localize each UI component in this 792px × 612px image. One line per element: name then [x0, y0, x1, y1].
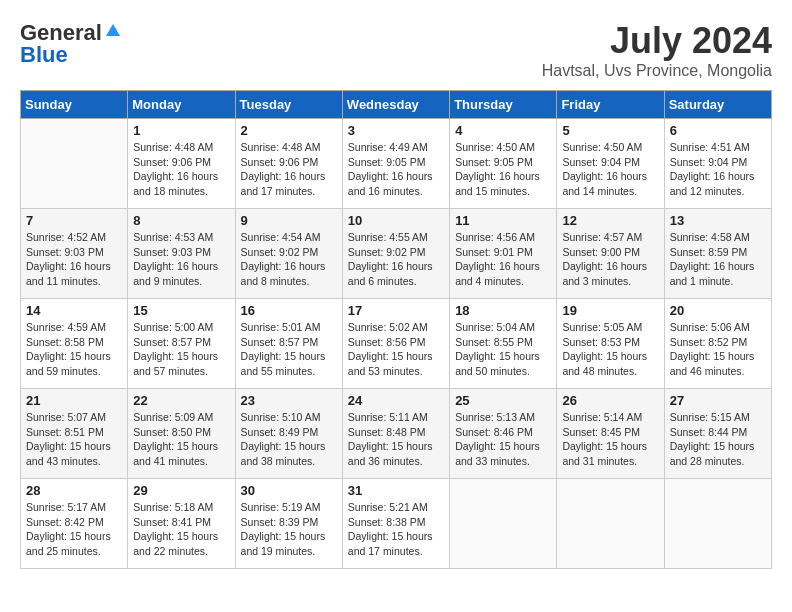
day-number: 4 [455, 123, 551, 138]
calendar-cell: 31Sunrise: 5:21 AM Sunset: 8:38 PM Dayli… [342, 479, 449, 569]
day-info: Sunrise: 5:06 AM Sunset: 8:52 PM Dayligh… [670, 320, 766, 379]
day-number: 17 [348, 303, 444, 318]
calendar-cell: 10Sunrise: 4:55 AM Sunset: 9:02 PM Dayli… [342, 209, 449, 299]
calendar-cell: 15Sunrise: 5:00 AM Sunset: 8:57 PM Dayli… [128, 299, 235, 389]
logo-triangle [105, 22, 121, 42]
calendar-week-row: 28Sunrise: 5:17 AM Sunset: 8:42 PM Dayli… [21, 479, 772, 569]
day-info: Sunrise: 5:07 AM Sunset: 8:51 PM Dayligh… [26, 410, 122, 469]
day-info: Sunrise: 5:21 AM Sunset: 8:38 PM Dayligh… [348, 500, 444, 559]
day-number: 9 [241, 213, 337, 228]
day-info: Sunrise: 4:52 AM Sunset: 9:03 PM Dayligh… [26, 230, 122, 289]
calendar-cell: 26Sunrise: 5:14 AM Sunset: 8:45 PM Dayli… [557, 389, 664, 479]
calendar-cell: 7Sunrise: 4:52 AM Sunset: 9:03 PM Daylig… [21, 209, 128, 299]
weekday-header-saturday: Saturday [664, 91, 771, 119]
weekday-header-wednesday: Wednesday [342, 91, 449, 119]
day-info: Sunrise: 4:57 AM Sunset: 9:00 PM Dayligh… [562, 230, 658, 289]
day-number: 12 [562, 213, 658, 228]
calendar-cell: 23Sunrise: 5:10 AM Sunset: 8:49 PM Dayli… [235, 389, 342, 479]
calendar-cell: 29Sunrise: 5:18 AM Sunset: 8:41 PM Dayli… [128, 479, 235, 569]
logo-blue: Blue [20, 42, 68, 68]
location-title: Havtsal, Uvs Province, Mongolia [542, 62, 772, 80]
calendar-cell: 14Sunrise: 4:59 AM Sunset: 8:58 PM Dayli… [21, 299, 128, 389]
calendar-cell: 30Sunrise: 5:19 AM Sunset: 8:39 PM Dayli… [235, 479, 342, 569]
day-number: 27 [670, 393, 766, 408]
calendar-week-row: 14Sunrise: 4:59 AM Sunset: 8:58 PM Dayli… [21, 299, 772, 389]
day-number: 18 [455, 303, 551, 318]
day-info: Sunrise: 5:15 AM Sunset: 8:44 PM Dayligh… [670, 410, 766, 469]
calendar-cell: 11Sunrise: 4:56 AM Sunset: 9:01 PM Dayli… [450, 209, 557, 299]
day-info: Sunrise: 4:51 AM Sunset: 9:04 PM Dayligh… [670, 140, 766, 199]
day-number: 10 [348, 213, 444, 228]
calendar-cell: 25Sunrise: 5:13 AM Sunset: 8:46 PM Dayli… [450, 389, 557, 479]
day-info: Sunrise: 4:56 AM Sunset: 9:01 PM Dayligh… [455, 230, 551, 289]
month-title: July 2024 [542, 20, 772, 62]
day-info: Sunrise: 5:05 AM Sunset: 8:53 PM Dayligh… [562, 320, 658, 379]
day-number: 19 [562, 303, 658, 318]
day-number: 29 [133, 483, 229, 498]
calendar-cell: 18Sunrise: 5:04 AM Sunset: 8:55 PM Dayli… [450, 299, 557, 389]
calendar-cell: 20Sunrise: 5:06 AM Sunset: 8:52 PM Dayli… [664, 299, 771, 389]
day-info: Sunrise: 4:55 AM Sunset: 9:02 PM Dayligh… [348, 230, 444, 289]
calendar-cell: 16Sunrise: 5:01 AM Sunset: 8:57 PM Dayli… [235, 299, 342, 389]
day-number: 2 [241, 123, 337, 138]
calendar-cell: 24Sunrise: 5:11 AM Sunset: 8:48 PM Dayli… [342, 389, 449, 479]
calendar-cell: 17Sunrise: 5:02 AM Sunset: 8:56 PM Dayli… [342, 299, 449, 389]
day-number: 26 [562, 393, 658, 408]
day-info: Sunrise: 4:58 AM Sunset: 8:59 PM Dayligh… [670, 230, 766, 289]
day-number: 6 [670, 123, 766, 138]
day-number: 31 [348, 483, 444, 498]
weekday-header-monday: Monday [128, 91, 235, 119]
day-number: 21 [26, 393, 122, 408]
day-info: Sunrise: 4:50 AM Sunset: 9:04 PM Dayligh… [562, 140, 658, 199]
weekday-header-tuesday: Tuesday [235, 91, 342, 119]
calendar-cell: 28Sunrise: 5:17 AM Sunset: 8:42 PM Dayli… [21, 479, 128, 569]
calendar-cell: 6Sunrise: 4:51 AM Sunset: 9:04 PM Daylig… [664, 119, 771, 209]
calendar-cell: 19Sunrise: 5:05 AM Sunset: 8:53 PM Dayli… [557, 299, 664, 389]
calendar-cell: 13Sunrise: 4:58 AM Sunset: 8:59 PM Dayli… [664, 209, 771, 299]
day-info: Sunrise: 4:54 AM Sunset: 9:02 PM Dayligh… [241, 230, 337, 289]
calendar-cell [21, 119, 128, 209]
day-info: Sunrise: 5:17 AM Sunset: 8:42 PM Dayligh… [26, 500, 122, 559]
day-info: Sunrise: 5:04 AM Sunset: 8:55 PM Dayligh… [455, 320, 551, 379]
day-number: 30 [241, 483, 337, 498]
day-info: Sunrise: 5:13 AM Sunset: 8:46 PM Dayligh… [455, 410, 551, 469]
day-number: 5 [562, 123, 658, 138]
calendar-cell: 12Sunrise: 4:57 AM Sunset: 9:00 PM Dayli… [557, 209, 664, 299]
calendar-header-row: SundayMondayTuesdayWednesdayThursdayFrid… [21, 91, 772, 119]
day-number: 15 [133, 303, 229, 318]
day-info: Sunrise: 4:48 AM Sunset: 9:06 PM Dayligh… [241, 140, 337, 199]
calendar-cell: 2Sunrise: 4:48 AM Sunset: 9:06 PM Daylig… [235, 119, 342, 209]
day-info: Sunrise: 5:09 AM Sunset: 8:50 PM Dayligh… [133, 410, 229, 469]
day-info: Sunrise: 5:11 AM Sunset: 8:48 PM Dayligh… [348, 410, 444, 469]
day-number: 16 [241, 303, 337, 318]
calendar-week-row: 1Sunrise: 4:48 AM Sunset: 9:06 PM Daylig… [21, 119, 772, 209]
day-info: Sunrise: 4:53 AM Sunset: 9:03 PM Dayligh… [133, 230, 229, 289]
calendar-cell: 5Sunrise: 4:50 AM Sunset: 9:04 PM Daylig… [557, 119, 664, 209]
day-info: Sunrise: 5:19 AM Sunset: 8:39 PM Dayligh… [241, 500, 337, 559]
calendar-cell [557, 479, 664, 569]
day-number: 24 [348, 393, 444, 408]
day-info: Sunrise: 4:59 AM Sunset: 8:58 PM Dayligh… [26, 320, 122, 379]
day-number: 11 [455, 213, 551, 228]
day-number: 25 [455, 393, 551, 408]
calendar-cell: 8Sunrise: 4:53 AM Sunset: 9:03 PM Daylig… [128, 209, 235, 299]
day-info: Sunrise: 5:01 AM Sunset: 8:57 PM Dayligh… [241, 320, 337, 379]
day-number: 1 [133, 123, 229, 138]
calendar-cell: 22Sunrise: 5:09 AM Sunset: 8:50 PM Dayli… [128, 389, 235, 479]
calendar-cell: 4Sunrise: 4:50 AM Sunset: 9:05 PM Daylig… [450, 119, 557, 209]
day-info: Sunrise: 4:50 AM Sunset: 9:05 PM Dayligh… [455, 140, 551, 199]
day-number: 23 [241, 393, 337, 408]
day-info: Sunrise: 4:49 AM Sunset: 9:05 PM Dayligh… [348, 140, 444, 199]
day-info: Sunrise: 5:14 AM Sunset: 8:45 PM Dayligh… [562, 410, 658, 469]
calendar-cell [664, 479, 771, 569]
day-info: Sunrise: 5:02 AM Sunset: 8:56 PM Dayligh… [348, 320, 444, 379]
day-number: 28 [26, 483, 122, 498]
calendar-cell: 1Sunrise: 4:48 AM Sunset: 9:06 PM Daylig… [128, 119, 235, 209]
calendar-week-row: 7Sunrise: 4:52 AM Sunset: 9:03 PM Daylig… [21, 209, 772, 299]
day-number: 8 [133, 213, 229, 228]
svg-marker-0 [106, 24, 120, 36]
calendar-cell [450, 479, 557, 569]
day-info: Sunrise: 4:48 AM Sunset: 9:06 PM Dayligh… [133, 140, 229, 199]
day-number: 22 [133, 393, 229, 408]
calendar-cell: 21Sunrise: 5:07 AM Sunset: 8:51 PM Dayli… [21, 389, 128, 479]
